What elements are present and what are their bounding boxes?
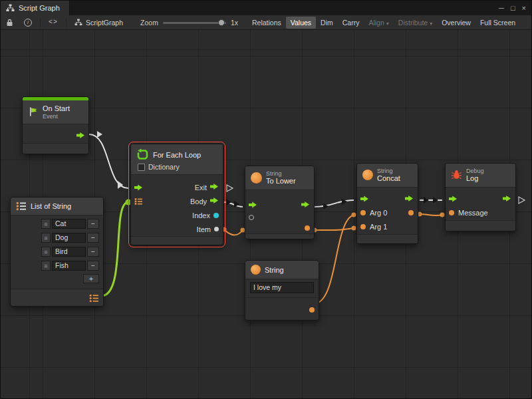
drag-handle-icon[interactable]: ≡ [41,233,51,243]
node-title: To Lower [266,177,296,186]
node-footer [23,143,88,154]
node-title: Log [466,174,484,183]
node-title: List of String [31,202,71,210]
info-button[interactable]: i [19,15,37,29]
bug-icon [451,170,462,180]
exit-flow-out-port[interactable] [503,195,511,203]
node-debug-log[interactable]: Debug Log Message [445,163,516,231]
wire-value-item-tolower[interactable] [224,229,243,235]
port-row-index: Index [131,208,223,222]
overview-button[interactable]: Overview [437,17,475,29]
zoom-slider[interactable] [163,19,226,27]
enter-flow-in-port[interactable] [134,184,143,191]
enter-flow-in-port[interactable] [360,196,369,203]
minimize-button[interactable]: ─ [499,5,504,12]
add-item-button[interactable]: + [83,274,99,283]
collection-value-in-port[interactable] [134,198,143,205]
wire-value-tolower-arg1[interactable] [315,228,354,230]
item-value-out-port[interactable] [214,227,219,231]
align-button[interactable]: Align▾ [364,17,393,29]
list-item-field[interactable]: Fish [52,261,86,271]
wire-value-list-foreach[interactable] [101,202,128,296]
graph-icon [6,4,15,12]
node-footer [357,234,418,243]
node-header: For Each Loop Dictionary [131,144,223,175]
wire-flow-body-tolower[interactable] [224,202,243,207]
drag-handle-icon[interactable]: ≡ [41,247,51,257]
remove-item-button[interactable]: − [87,219,99,229]
node-string-literal[interactable]: String I love my [245,260,319,321]
port-row-result [245,223,314,233]
breadcrumb[interactable]: ScriptGraph [69,19,128,27]
dictionary-checkbox[interactable] [138,164,145,171]
wire-arrowhead [323,203,329,209]
maximize-button[interactable]: □ [511,5,515,12]
wire-flow-tolower-concat[interactable] [315,200,354,207]
lock-icon [6,19,13,27]
list-icon [134,198,143,205]
exit-flow-out-port[interactable] [301,201,310,209]
carry-button[interactable]: Carry [338,17,364,29]
distribute-button[interactable]: Distribute▾ [394,17,437,29]
string-value-field[interactable]: I love my [250,282,314,293]
drag-handle-icon[interactable]: ≡ [41,261,51,271]
zoom-slider-handle[interactable] [218,19,225,26]
string-value-out-port[interactable] [309,307,315,313]
message-value-in-port[interactable] [449,210,454,215]
remove-item-button[interactable]: − [87,233,99,243]
dim-button[interactable]: Dim [316,17,338,29]
enter-flow-in-port[interactable] [249,201,257,209]
list-item-field[interactable]: Dog [52,233,86,243]
graph-toolbar: i <> ScriptGraph Zoom 1x Relations [1,15,532,30]
graph-canvas[interactable]: On Start Event List of String [1,30,532,399]
breadcrumb-graph-icon [74,19,82,26]
toolbar-separator [40,18,41,27]
node-to-lower[interactable]: String To Lower [245,166,315,239]
body-flow-out-port[interactable] [210,197,219,205]
list-item-field[interactable]: Cat [52,219,86,229]
index-value-out-port[interactable] [213,213,219,218]
distribute-label: Distribute [398,19,428,27]
remove-item-button[interactable]: − [87,247,99,257]
trigger-flow-out-port[interactable] [76,130,85,142]
list-value-out-port[interactable] [89,293,99,305]
message-port-label: Message [458,209,488,217]
list-item-row: ≡ Dog − [41,231,99,245]
toolbar-separator [66,18,66,27]
values-button[interactable]: Values [286,17,316,29]
node-header: String Concat [357,164,418,188]
port-row-arg1: Arg 1 [357,220,418,234]
node-for-each-loop[interactable]: For Each Loop Dictionary Exit [130,144,223,245]
string-icon [251,265,261,275]
node-list-of-string[interactable]: List of String ≡ Cat − ≡ Dog − ≡ Bird − [10,197,104,307]
string-value-in-port[interactable] [249,215,254,220]
node-header: String To Lower [245,166,314,190]
wire-value-literal-arg0[interactable] [313,215,354,304]
wire-value-concat-message[interactable] [420,214,442,215]
tab-script-graph[interactable]: Script Graph [1,1,70,15]
exit-flow-out-port[interactable] [405,195,414,203]
node-on-start[interactable]: On Start Event [22,96,89,154]
port-row-arg0: Arg 0 [357,206,418,220]
align-label: Align [368,19,384,27]
exit-flow-out-port[interactable] [210,183,219,192]
result-value-out-port[interactable] [408,210,414,215]
list-item-field[interactable]: Bird [52,247,86,257]
arg0-value-in-port[interactable] [360,210,366,215]
node-concat[interactable]: String Concat Arg 0 [356,163,418,244]
arg1-value-in-port[interactable] [360,224,366,229]
node-footer [446,220,515,231]
wire-flow-onstart-foreach[interactable] [89,134,128,188]
close-button[interactable]: × [522,5,526,12]
fullscreen-button[interactable]: Full Screen [475,17,520,29]
breadcrumb-label: ScriptGraph [86,19,123,27]
lock-button[interactable] [1,15,19,29]
drag-handle-icon[interactable]: ≡ [41,219,51,229]
code-view-button[interactable]: <> [43,15,63,29]
node-title: String [265,266,284,274]
enter-flow-in-port[interactable] [449,196,458,203]
result-value-out-port[interactable] [305,225,310,231]
zoom-value: 1x [231,19,238,27]
relations-button[interactable]: Relations [247,17,286,29]
remove-item-button[interactable]: − [87,261,99,271]
